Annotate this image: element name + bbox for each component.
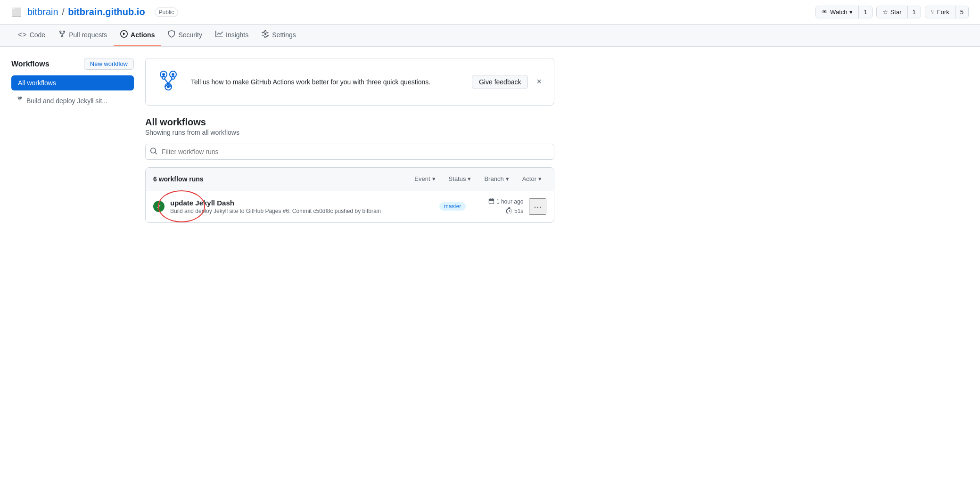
- run-title[interactable]: update Jekyll Dash: [170, 199, 434, 207]
- tab-code[interactable]: <> Code: [11, 25, 52, 46]
- feedback-actions: Give feedback ×: [472, 75, 544, 89]
- run-info: update Jekyll Dash Build and deploy Jeky…: [170, 199, 434, 214]
- feedback-banner: Tell us how to make GitHub Actions work …: [145, 58, 554, 106]
- star-count[interactable]: 1: [907, 6, 921, 18]
- repo-owner-link[interactable]: bitbrain: [27, 7, 58, 17]
- tab-security-label: Security: [178, 31, 202, 39]
- run-status-success-icon: ✓: [153, 201, 165, 212]
- visibility-badge: Public: [155, 8, 179, 17]
- tab-settings[interactable]: Settings: [255, 25, 303, 46]
- sidebar-workflow-label: Build and deploy Jekyll sit...: [26, 97, 107, 105]
- chevron-down-icon: ▾: [849, 8, 853, 16]
- close-feedback-button[interactable]: ×: [534, 76, 544, 88]
- graph-icon: [215, 30, 223, 40]
- svg-point-5: [167, 85, 170, 88]
- eye-icon: 👁: [822, 8, 828, 16]
- watch-button[interactable]: 👁 Watch ▾: [816, 6, 858, 18]
- stopwatch-icon: [506, 207, 512, 215]
- all-workflows-button[interactable]: All workflows: [11, 75, 134, 90]
- tab-actions-label: Actions: [131, 31, 155, 39]
- workflow-item-icon: [16, 96, 24, 105]
- tab-security[interactable]: Security: [161, 25, 209, 46]
- chevron-down-icon: ▾: [468, 175, 471, 182]
- runs-table: 6 workflow runs Event ▾ Status ▾ Branch …: [145, 167, 554, 223]
- branch-badge[interactable]: master: [439, 202, 466, 211]
- feedback-banner-text: Tell us how to make GitHub Actions work …: [191, 78, 462, 86]
- actor-filter-button[interactable]: Actor ▾: [518, 173, 546, 184]
- tab-insights[interactable]: Insights: [209, 25, 255, 46]
- run-more-button[interactable]: ···: [529, 198, 546, 215]
- new-workflow-button[interactable]: New workflow: [84, 58, 134, 70]
- branch-filter-button[interactable]: Branch ▾: [479, 173, 513, 184]
- sidebar-item-build-deploy[interactable]: Build and deploy Jekyll sit...: [11, 92, 134, 109]
- fork-count[interactable]: 5: [955, 6, 968, 18]
- give-feedback-button[interactable]: Give feedback: [472, 75, 528, 89]
- tab-code-label: Code: [30, 31, 45, 39]
- run-meta: 1 hour ago 51s: [471, 198, 523, 215]
- tab-pr-label: Pull requests: [69, 31, 107, 39]
- branch-filter-label: Branch: [484, 175, 503, 182]
- run-time-text: 1 hour ago: [496, 198, 523, 205]
- repo-title: bitbrain / bitbrain.github.io: [27, 7, 145, 17]
- shield-icon: [168, 30, 175, 40]
- star-button[interactable]: ☆ Star: [877, 6, 907, 18]
- search-icon: [150, 147, 157, 156]
- star-btn-group: ☆ Star 1: [876, 6, 921, 18]
- fork-icon: ⑂: [931, 8, 935, 16]
- runs-filters: Event ▾ Status ▾ Branch ▾ Actor ▾: [410, 173, 546, 184]
- feedback-icon: [155, 68, 181, 96]
- chevron-down-icon: ▾: [432, 175, 436, 182]
- filter-workflow-runs-input[interactable]: [145, 144, 554, 160]
- nav-tabs: <> Code Pull requests Actions Security I…: [0, 25, 980, 47]
- section-title: All workflows: [145, 117, 554, 128]
- chevron-down-icon: ▾: [506, 175, 509, 182]
- table-row: ✓ update Jekyll Dash Build and deploy Je…: [146, 190, 554, 222]
- section-subtitle: Showing runs from all workflows: [145, 129, 554, 136]
- run-time: 1 hour ago: [488, 198, 523, 205]
- event-filter-label: Event: [414, 175, 430, 182]
- run-duration: 51s: [506, 207, 523, 215]
- tab-insights-label: Insights: [226, 31, 248, 39]
- star-icon: ☆: [882, 8, 888, 16]
- status-filter-label: Status: [449, 175, 466, 182]
- svg-point-8: [162, 76, 165, 79]
- repo-name-link[interactable]: bitbrain.github.io: [68, 7, 145, 17]
- chevron-down-icon: ▾: [538, 175, 542, 182]
- event-filter-button[interactable]: Event ▾: [410, 173, 440, 184]
- actor-filter-label: Actor: [522, 175, 536, 182]
- tab-pull-requests[interactable]: Pull requests: [52, 25, 114, 46]
- watch-btn-group: 👁 Watch ▾ 1: [815, 6, 873, 18]
- code-icon: <>: [18, 31, 27, 39]
- top-bar: ⬜ bitbrain / bitbrain.github.io Public 👁…: [0, 0, 980, 25]
- status-filter-button[interactable]: Status ▾: [444, 173, 476, 184]
- svg-point-9: [172, 76, 174, 79]
- gear-icon: [262, 30, 269, 40]
- run-duration-text: 51s: [514, 208, 523, 214]
- top-bar-actions: 👁 Watch ▾ 1 ☆ Star 1 ⑂ Fork 5: [815, 6, 969, 18]
- filter-input-wrap: [145, 144, 554, 160]
- pr-icon: [58, 30, 66, 40]
- right-content: Tell us how to make GitHub Actions work …: [145, 58, 554, 223]
- main-content: Workflows New workflow All workflows Bui…: [0, 47, 566, 234]
- svg-point-1: [162, 73, 165, 76]
- tab-actions[interactable]: Actions: [114, 25, 161, 46]
- repo-icon: ⬜: [11, 7, 22, 17]
- fork-button[interactable]: ⑂ Fork: [925, 6, 955, 18]
- run-subtitle: Build and deploy Jekyll site to GitHub P…: [170, 208, 434, 214]
- sidebar-header: Workflows New workflow: [11, 58, 134, 70]
- svg-point-3: [172, 73, 174, 76]
- runs-table-header: 6 workflow runs Event ▾ Status ▾ Branch …: [146, 168, 554, 190]
- calendar-icon: [488, 198, 494, 205]
- sidebar-title: Workflows: [11, 60, 49, 68]
- sidebar: Workflows New workflow All workflows Bui…: [11, 58, 134, 223]
- runs-count: 6 workflow runs: [153, 175, 204, 183]
- tab-settings-label: Settings: [272, 31, 296, 39]
- actions-icon: [120, 30, 128, 40]
- watch-count[interactable]: 1: [858, 6, 872, 18]
- fork-btn-group: ⑂ Fork 5: [925, 6, 969, 18]
